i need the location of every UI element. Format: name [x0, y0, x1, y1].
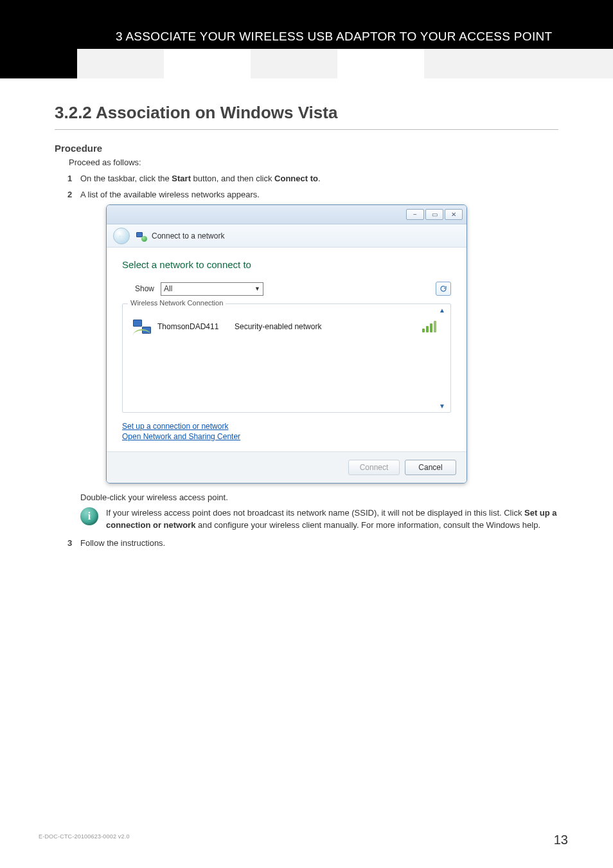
tab-segment-gap — [164, 49, 251, 78]
group-label: Wireless Network Connection — [128, 299, 226, 307]
screenshot-container: − ▭ ✕ ← Connect to a network Select a ne… — [106, 204, 558, 484]
section-heading: 3.2.2 Association on Windows Vista — [55, 103, 558, 123]
scroll-down-icon[interactable]: ▼ — [439, 402, 445, 410]
page-number: 13 — [554, 833, 568, 847]
step-text-fragment: . — [318, 174, 321, 183]
network-description: Security-enabled network — [235, 322, 422, 331]
show-filter-row: Show All ▼ — [135, 282, 451, 296]
tab-segment-light — [77, 49, 164, 78]
chevron-down-icon: ▼ — [254, 285, 260, 292]
arrow-left-icon: ← — [117, 231, 126, 241]
signal-strength-icon — [422, 321, 436, 332]
connect-button[interactable]: Connect — [348, 460, 400, 475]
step-text-fragment: On the taskbar, click the — [80, 174, 172, 183]
network-item[interactable]: ThomsonDAD411 Security-enabled network — [129, 317, 444, 336]
refresh-icon — [440, 285, 447, 293]
procedure-label: Procedure — [55, 143, 558, 154]
dialog-heading: Select a network to connect to — [122, 259, 451, 270]
step-number: 3 — [67, 538, 72, 548]
two-computers-icon — [133, 320, 151, 334]
close-button[interactable]: ✕ — [445, 209, 463, 220]
back-button[interactable]: ← — [113, 228, 130, 244]
document-id: E-DOC-CTC-20100623-0002 v2.0 — [39, 833, 130, 840]
chapter-title: 3 ASSOCIATE YOUR WIRELESS USB ADAPTOR TO… — [0, 30, 552, 44]
tab-segment-gap — [337, 49, 424, 78]
note-fragment: If your wireless access point does not b… — [106, 508, 524, 518]
step-text: Follow the instructions. — [80, 538, 165, 548]
window-title: Connect to a network — [152, 231, 224, 240]
show-label: Show — [135, 284, 154, 293]
info-note: i If your wireless access point does not… — [80, 507, 558, 532]
page-header-bar: 3 ASSOCIATE YOUR WIRELESS USB ADAPTOR TO… — [0, 0, 613, 49]
tab-segment-light — [424, 49, 613, 78]
header-tab-strip — [0, 49, 613, 78]
close-icon: ✕ — [451, 212, 456, 218]
network-center-link[interactable]: Open Network and Sharing Center — [122, 432, 451, 441]
setup-connection-link[interactable]: Set up a connection or network — [122, 422, 451, 431]
combobox-value: All — [164, 284, 172, 293]
tab-segment-light — [251, 49, 337, 78]
show-combobox[interactable]: All ▼ — [161, 282, 263, 296]
step-1: 1 On the taskbar, click the Start button… — [67, 174, 558, 183]
minimize-button[interactable]: − — [406, 209, 424, 220]
note-text: If your wireless access point does not b… — [106, 507, 558, 532]
window-header-row: ← Connect to a network — [107, 224, 466, 248]
network-name: ThomsonDAD411 — [157, 322, 235, 331]
refresh-button[interactable] — [436, 282, 451, 296]
network-icon — [136, 231, 147, 241]
step-bold: Start — [172, 174, 191, 183]
step-bold: Connect to — [274, 174, 318, 183]
procedure-steps: 1 On the taskbar, click the Start button… — [67, 174, 558, 548]
cancel-button[interactable]: Cancel — [405, 460, 456, 475]
window-footer: Connect Cancel — [107, 451, 466, 483]
step-2: 2 A list of the available wireless netwo… — [67, 190, 558, 532]
step-number: 2 — [67, 190, 72, 199]
window-titlebar: − ▭ ✕ — [107, 205, 466, 224]
info-icon: i — [80, 507, 98, 525]
double-click-instruction: Double-click your wireless access point. — [80, 493, 558, 502]
page-content: 3.2.2 Association on Windows Vista Proce… — [0, 78, 613, 548]
procedure-intro: Proceed as follows: — [69, 158, 558, 167]
minimize-icon: − — [413, 212, 417, 218]
step-text: A list of the available wireless network… — [80, 190, 260, 199]
heading-rule — [55, 129, 558, 130]
note-fragment: and configure your wireless client manua… — [195, 520, 540, 530]
scroll-up-icon[interactable]: ▲ — [439, 307, 445, 314]
step-3: 3 Follow the instructions. — [67, 538, 558, 548]
maximize-icon: ▭ — [432, 212, 438, 218]
step-text-fragment: button, and then click — [191, 174, 274, 183]
step-number: 1 — [67, 174, 72, 183]
network-list-panel: Wireless Network Connection ▲ ThomsonDAD… — [122, 303, 451, 413]
vista-window: − ▭ ✕ ← Connect to a network Select a ne… — [106, 204, 467, 484]
window-body: Select a network to connect to Show All … — [107, 248, 466, 451]
tab-segment-dark — [0, 49, 77, 78]
maximize-button[interactable]: ▭ — [425, 209, 443, 220]
